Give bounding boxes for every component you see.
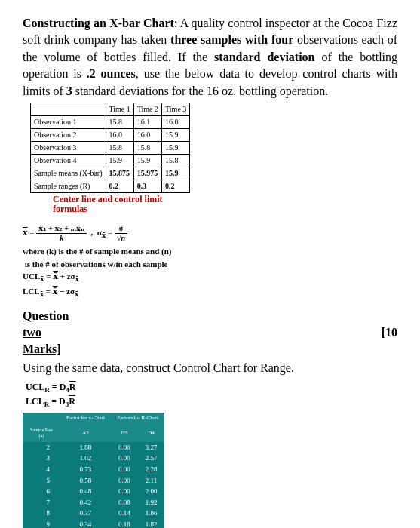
factors-header: Factor for x-Chart xyxy=(60,413,111,425)
centerline-label: Center line and control limit formulas xyxy=(53,195,397,214)
table-row: 50.580.002.11 xyxy=(23,475,164,487)
table-header: Time 2 xyxy=(133,103,161,115)
table-row: 90.340.181.82 xyxy=(23,519,164,528)
observations-table: Time 1 Time 2 Time 3 Observation 1 15.8 … xyxy=(30,103,190,193)
table-row: 31.020.002.57 xyxy=(23,453,164,464)
table-row: 80.370.141.86 xyxy=(23,508,164,519)
question-heading: Question xyxy=(23,308,397,324)
factors-header: A2 xyxy=(60,425,111,442)
table-row: 60.480.002.00 xyxy=(23,486,164,497)
question-two-marks: two [10 xyxy=(23,324,397,341)
mean-formula: x̄ = x̄₁ + x̄₂ + ...x̄ₙk , σx̄ = σ√n xyxy=(23,225,397,242)
factors-header: D4 xyxy=(138,425,165,442)
table-header xyxy=(31,103,106,115)
table-header: Time 3 xyxy=(162,103,190,115)
question-text: Using the same data, construct Control C… xyxy=(23,360,397,376)
table-row: Observation 2 16.0 16.0 15.9 xyxy=(31,128,190,141)
factors-header: D3 xyxy=(111,425,138,442)
table-header: Time 1 xyxy=(106,103,133,115)
intro-paragraph: Constructing an X-bar Chart: A quality c… xyxy=(23,15,397,100)
factors-header: Sample Size (n) xyxy=(23,425,60,442)
factors-header: Factors for R-Chart xyxy=(111,413,165,425)
table-row: 70.420.081.92 xyxy=(23,497,164,508)
factors-table: Factor for x-Chart Factors for R-Chart S… xyxy=(23,413,164,528)
table-row: Sample ranges (R) 0.2 0.3 0.2 xyxy=(31,180,190,192)
table-row: Observation 1 15.8 16.1 16.0 xyxy=(31,115,190,128)
table-row: Observation 4 15.9 15.9 15.8 xyxy=(31,154,190,167)
where-text: where (k) is the # of sample means and (… xyxy=(23,245,397,299)
range-formulas: UCLR = D4R LCLR = D3R xyxy=(26,381,397,410)
factors-header xyxy=(23,413,60,425)
table-row: 21.880.003.27 xyxy=(23,442,164,453)
table-row: Sample means (X-bar) 15.875 15.975 15.9 xyxy=(31,167,190,180)
table-row: Observation 3 15.8 15.8 15.9 xyxy=(31,141,190,154)
marks-label: Marks] xyxy=(23,341,397,358)
table-row: 40.730.002.28 xyxy=(23,464,164,475)
